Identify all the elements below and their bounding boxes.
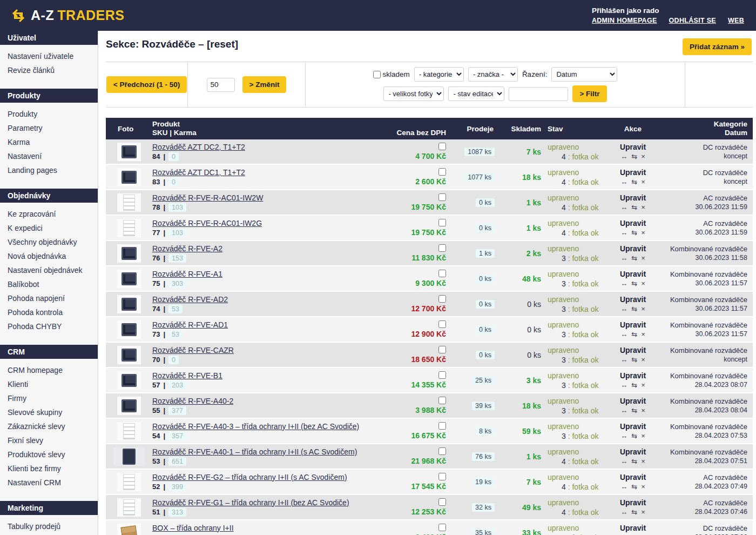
change-page-size-button[interactable]: > Změnit — [242, 76, 287, 93]
duplicate-icon[interactable]: ⇆ — [631, 229, 637, 237]
product-photo[interactable] — [117, 143, 141, 161]
row-select-checkbox[interactable] — [438, 447, 446, 455]
sidebar-item-nová-objednávka[interactable]: Nová objednávka — [0, 249, 98, 263]
delete-icon[interactable]: × — [641, 406, 645, 414]
product-photo[interactable] — [117, 473, 141, 491]
duplicate-icon[interactable]: ⇆ — [631, 279, 637, 287]
product-title-link[interactable]: Rozváděč R-FVE-CAZR — [152, 346, 381, 355]
sidebar-item-k-expedici[interactable]: K expedici — [0, 221, 98, 235]
edit-button[interactable]: Upravit — [620, 473, 646, 482]
delete-icon[interactable]: × — [641, 508, 645, 516]
edit-button[interactable]: Upravit — [620, 270, 646, 278]
product-photo[interactable] — [117, 244, 141, 263]
row-select-checkbox[interactable] — [438, 143, 446, 150]
product-title-link[interactable]: Rozváděč R-FVE-AD1 — [152, 320, 381, 329]
edit-button[interactable]: Upravit — [620, 346, 646, 355]
edit-button[interactable]: Upravit — [620, 295, 646, 304]
edit-button[interactable]: Upravit — [620, 219, 646, 228]
product-title-link[interactable]: Rozváděč AZT DC2, T1+T2 — [152, 143, 381, 151]
sidebar-item-pohoda-napojení[interactable]: Pohoda napojení — [0, 291, 98, 305]
sidebar-item-produkty[interactable]: Produkty — [0, 107, 98, 121]
edit-button[interactable]: Upravit — [620, 447, 646, 456]
brand-select[interactable]: - značka - — [468, 67, 518, 82]
row-select-checkbox[interactable] — [438, 473, 446, 480]
duplicate-icon[interactable]: ⇆ — [631, 406, 637, 414]
header-link-admin-homepage[interactable]: ADMIN HOMEPAGE — [592, 17, 657, 24]
sidebar-item-tabulky-prodejů[interactable]: Tabulky prodejů — [0, 519, 98, 533]
row-select-checkbox[interactable] — [438, 422, 446, 430]
sidebar-item-fixní-slevy[interactable]: Fixní slevy — [0, 433, 98, 447]
delete-icon[interactable]: × — [641, 203, 645, 211]
move-icon[interactable]: ↔ — [620, 152, 627, 160]
edit-button[interactable]: Upravit — [620, 422, 646, 431]
duplicate-icon[interactable]: ⇆ — [631, 305, 637, 313]
move-icon[interactable]: ↔ — [620, 203, 627, 211]
row-select-checkbox[interactable] — [438, 346, 446, 353]
duplicate-icon[interactable]: ⇆ — [631, 432, 637, 440]
delete-icon[interactable]: × — [641, 229, 645, 237]
move-icon[interactable]: ↔ — [620, 483, 627, 491]
edit-state-select[interactable]: - stav editace - — [448, 86, 504, 101]
edit-button[interactable]: Upravit — [620, 244, 646, 253]
row-select-checkbox[interactable] — [438, 320, 446, 328]
move-icon[interactable]: ↔ — [620, 381, 627, 389]
sidebar-item-ke-zpracování[interactable]: Ke zpracování — [0, 207, 98, 221]
row-select-checkbox[interactable] — [438, 295, 446, 303]
duplicate-icon[interactable]: ⇆ — [631, 203, 637, 211]
sidebar-item-pohoda-kontrola[interactable]: Pohoda kontrola — [0, 305, 98, 319]
sidebar-item-klienti-bez-firmy[interactable]: Klienti bez firmy — [0, 462, 98, 476]
product-photo[interactable] — [117, 397, 141, 415]
move-icon[interactable]: ↔ — [620, 432, 627, 440]
product-photo[interactable] — [117, 371, 141, 390]
product-photo[interactable] — [117, 193, 141, 212]
edit-button[interactable]: Upravit — [620, 524, 646, 532]
edit-button[interactable]: Upravit — [620, 320, 646, 329]
duplicate-icon[interactable]: ⇆ — [631, 508, 637, 516]
delete-icon[interactable]: × — [641, 381, 645, 389]
sidebar-item-revize-článků[interactable]: Revize článků — [0, 63, 98, 77]
delete-icon[interactable]: × — [641, 457, 645, 465]
move-icon[interactable]: ↔ — [620, 330, 627, 338]
filter-button[interactable]: > Filtr — [572, 85, 606, 102]
sidebar-item-klienti[interactable]: Klienti — [0, 377, 98, 391]
delete-icon[interactable]: × — [641, 432, 645, 440]
sidebar-item-produktové-slevy[interactable]: Produktové slevy — [0, 447, 98, 462]
edit-button[interactable]: Upravit — [620, 371, 646, 380]
product-title-link[interactable]: Rozváděč R-FVE-A40-1 – třída ochrany I+I… — [152, 447, 381, 456]
edit-button[interactable]: Upravit — [620, 498, 646, 507]
product-title-link[interactable]: Rozváděč R-FVE-A1 — [152, 270, 381, 278]
move-icon[interactable]: ↔ — [620, 229, 627, 237]
delete-icon[interactable]: × — [641, 178, 645, 186]
product-photo[interactable] — [117, 346, 141, 364]
duplicate-icon[interactable]: ⇆ — [631, 330, 637, 338]
search-input[interactable] — [509, 87, 568, 101]
product-title-link[interactable]: Rozváděč AZT DC1, T1+T2 — [152, 168, 381, 177]
sidebar-item-nastavení[interactable]: Nastavení — [0, 149, 98, 163]
product-title-link[interactable]: Rozváděč R-FVE-G1 – třída ochrany I+II (… — [152, 498, 381, 507]
move-icon[interactable]: ↔ — [620, 457, 627, 465]
reset-link[interactable]: [reset] — [207, 38, 238, 50]
product-photo[interactable] — [117, 422, 141, 440]
move-icon[interactable]: ↔ — [620, 305, 627, 313]
duplicate-icon[interactable]: ⇆ — [631, 483, 637, 491]
move-icon[interactable]: ↔ — [620, 406, 627, 414]
product-title-link[interactable]: Rozváděč R-FVE-A40-2 — [152, 397, 381, 405]
product-title-link[interactable]: Rozváděč R-FVE-AD2 — [152, 295, 381, 304]
edit-button[interactable]: Upravit — [620, 397, 646, 405]
move-icon[interactable]: ↔ — [620, 279, 627, 287]
edit-button[interactable]: Upravit — [620, 143, 646, 151]
sidebar-item-landing-pages[interactable]: Landing pages — [0, 163, 98, 177]
duplicate-icon[interactable]: ⇆ — [631, 254, 637, 262]
category-select[interactable]: - kategorie - — [414, 67, 464, 82]
duplicate-icon[interactable]: ⇆ — [631, 178, 637, 186]
row-select-checkbox[interactable] — [438, 244, 446, 252]
duplicate-icon[interactable]: ⇆ — [631, 381, 637, 389]
sidebar-item-balíkobot[interactable]: Balíkobot — [0, 277, 98, 291]
move-icon[interactable]: ↔ — [620, 178, 627, 186]
product-photo[interactable] — [117, 524, 141, 535]
row-select-checkbox[interactable] — [438, 498, 446, 506]
product-title-link[interactable]: Rozváděč R-FVE-A40-3 – třída ochrany I+I… — [152, 422, 381, 431]
header-link-web[interactable]: WEB — [728, 17, 744, 24]
logo[interactable]: A-ZTRADERS — [11, 8, 125, 23]
photo-size-select[interactable]: - velikost fotky - — [383, 86, 444, 101]
